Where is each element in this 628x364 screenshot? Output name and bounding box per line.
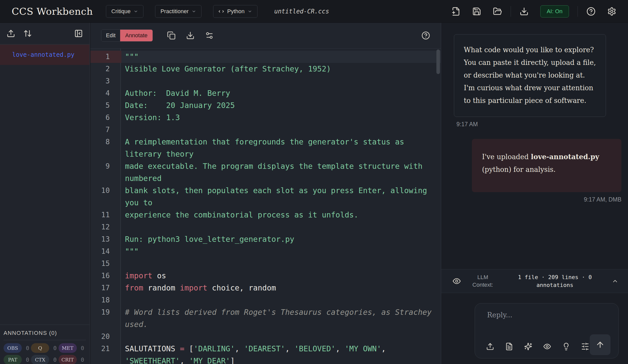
user-timestamp: 9:17 AM, DMB: [441, 196, 621, 203]
code-line[interactable]: 9made executable. The program displays t…: [90, 160, 441, 185]
code-line[interactable]: 18: [90, 294, 441, 306]
send-button[interactable]: [590, 334, 611, 355]
critique-dropdown-label: Critique: [111, 8, 131, 15]
upload-icon[interactable]: [486, 342, 494, 351]
line-number: 18: [90, 294, 121, 306]
code-area[interactable]: 1"""2Visible Love Generator (after Strac…: [90, 49, 441, 364]
code-line[interactable]: 16import os: [90, 270, 441, 282]
reply-input[interactable]: Reply...: [475, 303, 619, 358]
annotation-badge: CRIT0: [59, 355, 86, 364]
code-text: experience the combinatorial process as …: [125, 209, 433, 221]
badge-count: 0: [26, 345, 29, 351]
code-text: A reimplementation that foregrounds the …: [125, 136, 433, 160]
code-text: # Word lists derived from Roget's Thesau…: [125, 306, 433, 331]
code-text: blank slots, then populates each slot as…: [125, 185, 433, 209]
sliders-icon[interactable]: [581, 342, 589, 351]
lightbulb-icon[interactable]: [562, 342, 570, 351]
editor-help-icon[interactable]: [421, 31, 430, 40]
llm-context-label: LLM Context:: [468, 274, 498, 289]
line-number: 11: [90, 209, 121, 221]
code-line[interactable]: 4Author: David M. Berry: [90, 87, 441, 99]
new-file-icon[interactable]: [451, 7, 460, 16]
line-number: 8: [90, 136, 121, 148]
editor-settings-icon[interactable]: [205, 31, 214, 40]
chevron-up-icon[interactable]: [612, 278, 618, 284]
code-line[interactable]: 1""": [90, 51, 441, 63]
code-line[interactable]: 2Visible Love Generator (after Strachey,…: [90, 63, 441, 75]
divider: [4, 340, 86, 340]
badge-count: 0: [81, 345, 84, 351]
open-folder-icon[interactable]: [493, 7, 502, 16]
help-icon[interactable]: [586, 7, 596, 16]
save-icon[interactable]: [472, 7, 481, 16]
file-item-love-annotated[interactable]: love-annotated.py: [0, 45, 89, 65]
badge-pill-pat[interactable]: PAT: [4, 355, 22, 364]
badge-count: 0: [26, 357, 29, 363]
file-text-icon[interactable]: [505, 342, 513, 351]
line-number: 13: [90, 233, 121, 245]
user-message-text: (python) for analysis.: [482, 166, 556, 173]
collapse-sidebar-icon[interactable]: [74, 29, 83, 38]
code-line[interactable]: 8A reimplementation that foregrounds the…: [90, 136, 441, 160]
code-line[interactable]: 10blank slots, then populates each slot …: [90, 185, 441, 209]
code-line[interactable]: 19# Word lists derived from Roget's Thes…: [90, 306, 441, 331]
critique-dropdown[interactable]: Critique: [106, 5, 143, 18]
copy-icon[interactable]: [167, 31, 176, 40]
code-line[interactable]: 7: [90, 124, 441, 136]
line-number: 15: [90, 258, 121, 270]
current-filename: untitled-CR.ccs: [274, 8, 329, 15]
settings-gear-icon[interactable]: [607, 7, 616, 16]
badge-pill-met[interactable]: MET: [59, 343, 77, 353]
code-line[interactable]: 14""": [90, 245, 441, 258]
line-number: 17: [90, 282, 121, 294]
code-line[interactable]: 6Version: 1.3: [90, 112, 441, 124]
tab-edit[interactable]: Edit: [101, 30, 120, 41]
upload-file-icon[interactable]: [7, 29, 15, 38]
code-line[interactable]: 11experience the combinatorial process a…: [90, 209, 441, 221]
code-text: Date: 20 January 2025: [125, 99, 433, 112]
download-icon[interactable]: [520, 7, 529, 16]
code-line[interactable]: 20: [90, 331, 441, 343]
divider: [511, 6, 511, 17]
chat-messages: What code would you like to explore? You…: [441, 23, 628, 269]
edit-annotate-toggle: Edit Annotate: [101, 29, 153, 42]
annotation-badge: Q0: [31, 343, 58, 353]
sparkles-icon[interactable]: [524, 342, 532, 351]
badge-pill-crit[interactable]: CRIT: [59, 355, 77, 364]
ai-toggle-button[interactable]: AI: On: [540, 5, 569, 17]
code-lines: 1"""2Visible Love Generator (after Strac…: [90, 49, 441, 364]
line-number: 5: [90, 99, 121, 112]
code-line[interactable]: 17from random import choice, random: [90, 282, 441, 294]
language-dropdown[interactable]: Python: [213, 5, 257, 18]
line-number: 3: [90, 75, 121, 87]
badge-pill-ctx[interactable]: CTX: [31, 355, 49, 364]
badge-pill-obs[interactable]: OBS: [4, 343, 22, 353]
code-text: import os: [125, 270, 433, 282]
llm-context-value: 1 file · 209 lines · 0 annotations: [509, 273, 601, 289]
tab-annotate[interactable]: Annotate: [120, 30, 153, 41]
code-text: made executable. The program displays th…: [125, 160, 433, 185]
annotation-badge: OBS0: [4, 343, 31, 353]
annotations-title: ANNOTATIONS (0): [4, 330, 86, 336]
line-number: 16: [90, 270, 121, 282]
line-number: 21: [90, 343, 121, 355]
code-line[interactable]: 21SALUTATIONS = ['DARLING', 'DEAREST', '…: [90, 343, 441, 364]
code-line[interactable]: 5Date: 20 January 2025: [90, 99, 441, 112]
code-line[interactable]: 13Run: python3 love_letter_generator.py: [90, 233, 441, 245]
line-number: 14: [90, 245, 121, 258]
llm-context-bar[interactable]: LLM Context: 1 file · 209 lines · 0 anno…: [441, 269, 628, 293]
code-line[interactable]: 15: [90, 258, 441, 270]
annotation-badge: CTX0: [31, 355, 58, 364]
eye-icon[interactable]: [543, 342, 551, 351]
practitioner-dropdown[interactable]: Practitioner: [155, 5, 201, 18]
code-text: Run: python3 love_letter_generator.py: [125, 233, 433, 245]
badge-pill-q[interactable]: Q: [31, 343, 49, 353]
code-line[interactable]: 12: [90, 221, 441, 233]
download-code-icon[interactable]: [186, 31, 195, 40]
editor-scrollbar[interactable]: [436, 49, 440, 74]
chevron-down-icon: [192, 9, 196, 14]
sort-files-icon[interactable]: [23, 29, 32, 38]
code-line[interactable]: 3: [90, 75, 441, 87]
assistant-timestamp: 9:17 AM: [456, 121, 628, 128]
code-text: Author: David M. Berry: [125, 87, 433, 99]
